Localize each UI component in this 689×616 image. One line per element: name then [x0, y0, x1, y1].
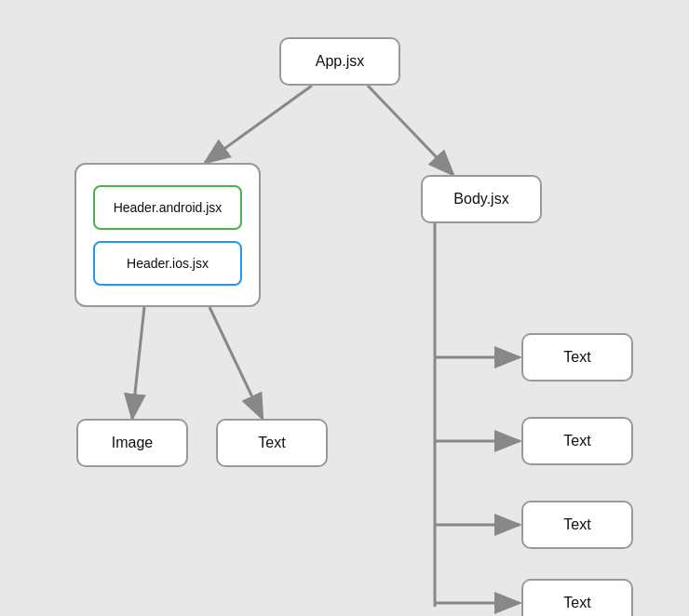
appjsx-label: App.jsx	[316, 53, 364, 70]
diagram: App.jsx Header.android.jsx Header.ios.js…	[0, 0, 689, 616]
header-group: Header.android.jsx Header.ios.jsx	[74, 163, 261, 307]
node-text-3: Text	[521, 501, 633, 549]
bodyjsx-label: Body.jsx	[453, 191, 508, 208]
text2-label: Text	[563, 433, 590, 449]
svg-line-3	[132, 307, 144, 419]
node-text-1: Text	[521, 333, 633, 382]
node-appjsx: App.jsx	[279, 37, 400, 86]
node-bodyjsx: Body.jsx	[421, 175, 542, 223]
node-text-header: Text	[216, 419, 328, 467]
node-header-ios: Header.ios.jsx	[93, 241, 242, 286]
text3-label: Text	[563, 516, 590, 533]
text1-label: Text	[563, 349, 590, 366]
svg-line-1	[205, 86, 312, 163]
svg-line-2	[368, 86, 453, 175]
text-header-label: Text	[258, 435, 285, 451]
text4-label: Text	[563, 595, 590, 611]
header-ios-label: Header.ios.jsx	[127, 256, 209, 271]
node-header-android: Header.android.jsx	[93, 185, 242, 230]
node-image: Image	[76, 419, 188, 467]
node-text-2: Text	[521, 417, 633, 465]
svg-line-4	[209, 307, 263, 419]
image-label: Image	[112, 435, 153, 451]
node-text-4: Text	[521, 579, 633, 616]
header-android-label: Header.android.jsx	[114, 200, 223, 215]
